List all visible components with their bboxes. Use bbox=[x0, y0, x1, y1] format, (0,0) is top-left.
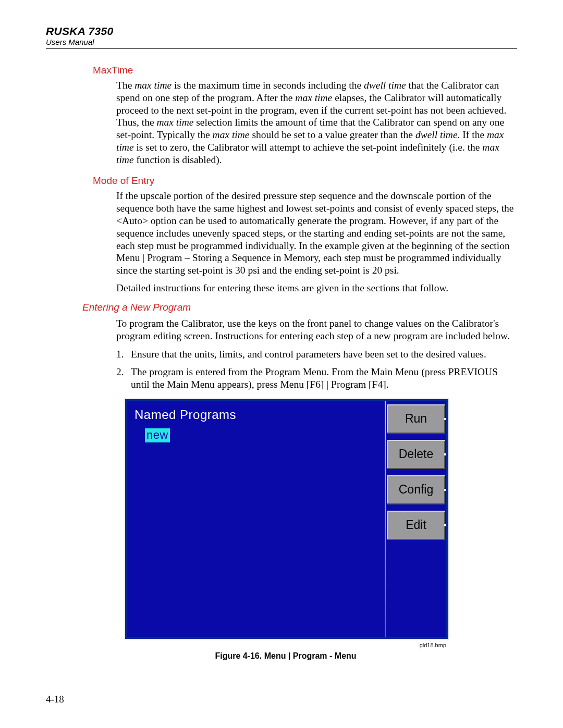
softkey-delete[interactable]: Delete bbox=[387, 440, 445, 469]
heading-maxtime: MaxTime bbox=[93, 65, 517, 76]
entering-steps-list: 1. Ensure that the units, limits, and co… bbox=[116, 348, 517, 390]
program-item-selected[interactable]: new bbox=[145, 428, 170, 442]
figure-caption: Figure 4-16. Menu | Program - Menu bbox=[124, 651, 447, 661]
list-number: 2. bbox=[116, 366, 131, 391]
para-maxtime: The max time is the maximum time in seco… bbox=[116, 79, 517, 166]
list-number: 1. bbox=[116, 348, 131, 361]
softkey-run[interactable]: Run bbox=[387, 404, 445, 434]
text-maxtime: The max time is the maximum time in seco… bbox=[116, 79, 517, 166]
figure-wrap: Named Programs new Run Delete Config Edi… bbox=[124, 398, 447, 661]
doc-title: RUSKA 7350 bbox=[46, 25, 517, 38]
step-2-text: The program is entered from the Program … bbox=[131, 366, 517, 391]
para-mode-of-entry: If the upscale portion of the desired pr… bbox=[116, 190, 517, 294]
softkey-config[interactable]: Config bbox=[387, 475, 445, 504]
doc-subtitle: Users Manual bbox=[46, 38, 517, 46]
device-screen: Named Programs new Run Delete Config Edi… bbox=[124, 398, 449, 640]
step-1-text: Ensure that the units, limits, and contr… bbox=[131, 348, 517, 361]
list-item: 1. Ensure that the units, limits, and co… bbox=[116, 348, 517, 361]
screen-title: Named Programs bbox=[134, 408, 375, 422]
heading-entering-new-program: Entering a New Program bbox=[82, 302, 517, 313]
entering-intro: To program the Calibrator, use the keys … bbox=[116, 317, 517, 342]
list-item: 2. The program is entered from the Progr… bbox=[116, 366, 517, 391]
page-header: RUSKA 7350 Users Manual bbox=[46, 25, 517, 49]
heading-mode-of-entry: Mode of Entry bbox=[93, 175, 517, 187]
entering-intro-text: To program the Calibrator, use the keys … bbox=[116, 317, 517, 342]
mode-para-2: Detailed instructions for entering these… bbox=[116, 282, 517, 294]
softkey-edit[interactable]: Edit bbox=[387, 511, 445, 540]
figure-filename: gld18.bmp bbox=[384, 642, 447, 648]
softkey-column: Run Delete Config Edit bbox=[385, 401, 446, 637]
mode-para-1: If the upscale portion of the desired pr… bbox=[116, 190, 517, 276]
page-number: 4-18 bbox=[46, 694, 64, 705]
